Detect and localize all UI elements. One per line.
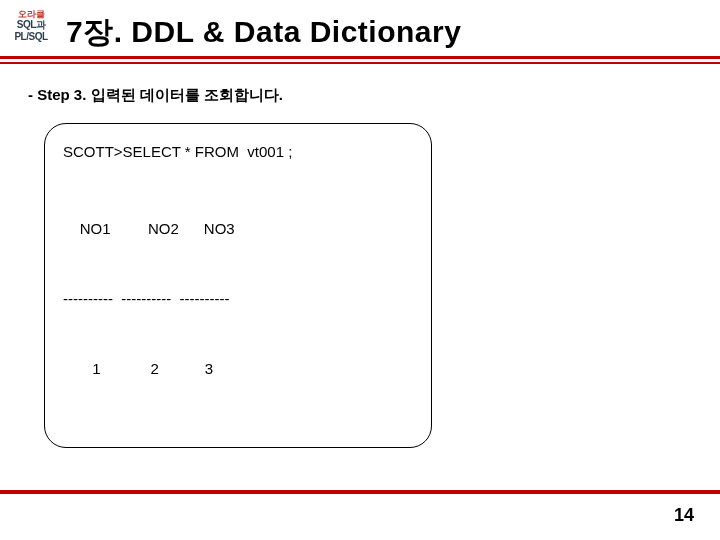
header-rule-thick xyxy=(0,56,720,59)
result-row: 1 2 3 xyxy=(63,357,413,380)
page-number: 14 xyxy=(674,505,694,526)
code-box: SCOTT>SELECT * FROM vt001 ; NO1 NO2 NO3 … xyxy=(44,123,432,448)
sql-result: NO1 NO2 NO3 ---------- ---------- ------… xyxy=(63,171,413,427)
logo-text-top: 오라클 xyxy=(8,10,54,19)
result-headers: NO1 NO2 NO3 xyxy=(63,217,413,240)
content-area: - Step 3. 입력된 데이터를 조회합니다. SCOTT>SELECT *… xyxy=(0,64,720,448)
step-label: - Step 3. 입력된 데이터를 조회합니다. xyxy=(28,86,692,105)
slide-title: 7장. DDL & Data Dictionary xyxy=(66,12,461,53)
sql-query: SCOTT>SELECT * FROM vt001 ; xyxy=(63,140,413,163)
oracle-logo: 오라클 SQL과 PL/SQL xyxy=(8,10,54,54)
result-separator: ---------- ---------- ---------- xyxy=(63,287,413,310)
footer-rule xyxy=(0,490,720,494)
header: 오라클 SQL과 PL/SQL 7장. DDL & Data Dictionar… xyxy=(0,0,720,56)
logo-text-mid: SQL과 PL/SQL xyxy=(8,19,54,43)
